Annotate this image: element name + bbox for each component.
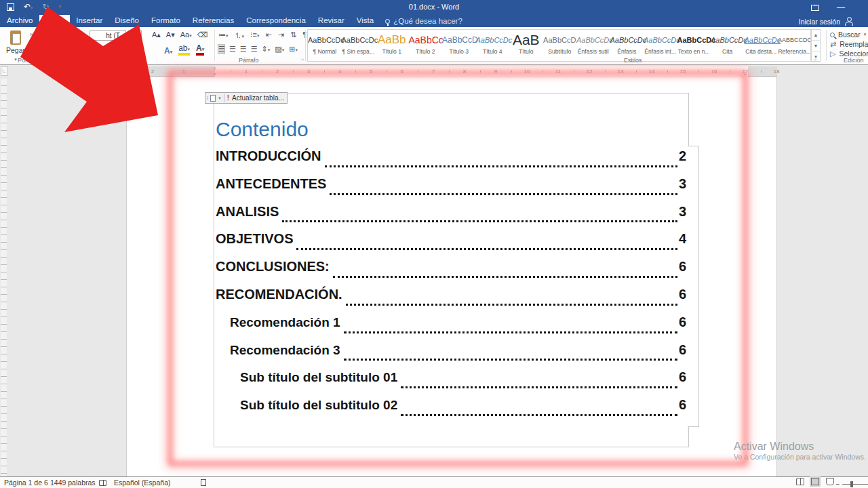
print-layout-icon[interactable]: [811, 478, 819, 485]
grow-font-icon[interactable]: A▴: [152, 30, 161, 39]
toc-entry-label: ANTECEDENTES: [216, 176, 326, 192]
left-indent-marker[interactable]: ▵: [214, 71, 216, 77]
align-center-icon[interactable]: ☰: [229, 45, 235, 54]
tab-referencias[interactable]: Referencias: [186, 15, 240, 27]
sort-icon[interactable]: ⇅: [290, 30, 296, 41]
style-gallery-item[interactable]: AaBbCc Título 2: [409, 30, 443, 61]
toc-entry[interactable]: Sub título del subtitulo 01 6: [216, 369, 686, 397]
font-name-box[interactable]: ht (T ▾: [90, 30, 126, 41]
tab-vista[interactable]: Vista: [351, 15, 380, 27]
format-painter-icon[interactable]: ✎: [30, 49, 35, 56]
toc-field-toolbar[interactable]: ⁞ ▾ ! Actualizar tabla...: [205, 92, 288, 104]
style-gallery-item[interactable]: AaBb Título 1: [375, 30, 409, 61]
copy-icon[interactable]: ❐: [30, 40, 35, 47]
clear-format-icon[interactable]: ⌫: [197, 30, 208, 39]
style-gallery-item[interactable]: AaBbCcDc ¶ Sin espa...: [342, 30, 376, 61]
line-spacing-icon[interactable]: ⇕▾: [262, 45, 271, 54]
language-indicator[interactable]: Español (España): [114, 479, 170, 487]
borders-icon[interactable]: ⊞▾: [289, 45, 298, 54]
shrink-font-icon[interactable]: A▾: [166, 30, 175, 39]
find-button[interactable]: Buscar▾: [830, 30, 868, 39]
toc-entry[interactable]: INTRODUCCIÓN 2: [216, 148, 686, 176]
cut-icon[interactable]: ✂: [30, 31, 35, 38]
word-count[interactable]: 1449 palabras: [50, 479, 96, 487]
toc-entry[interactable]: OBJETIVOS 4: [216, 231, 686, 259]
styles-dialog-launcher[interactable]: ⌐: [813, 57, 816, 63]
horizontal-ruler[interactable]: ▿ ▵ ▵ 21123456789101112131415161718: [126, 66, 777, 77]
tab-revisar[interactable]: Revisar: [312, 15, 351, 27]
style-sample: AaBbCcDc: [308, 33, 342, 47]
first-line-indent-marker[interactable]: ▿: [214, 66, 216, 71]
toc-entry[interactable]: Sub título del subtitulo 02 6: [216, 397, 686, 425]
style-gallery-item[interactable]: AaB Título: [509, 30, 543, 61]
style-gallery-item[interactable]: AaBbCcDc Énfasis sutil: [576, 30, 610, 61]
toc-entry[interactable]: Recomendación 1 6: [216, 314, 686, 342]
shading-icon[interactable]: ▨▾: [275, 45, 284, 54]
highlight-icon[interactable]: ab▾: [178, 45, 190, 56]
styles-scroll-up-icon[interactable]: ▲: [812, 30, 820, 41]
bullets-icon[interactable]: ≔▾: [218, 30, 229, 41]
tab-insertar[interactable]: Insertar: [70, 15, 108, 27]
increase-indent-icon[interactable]: ⇥: [278, 30, 284, 41]
align-left-icon[interactable]: ☰: [218, 45, 224, 54]
ruler-number: 12: [587, 68, 593, 75]
font-color-icon[interactable]: A▾: [196, 45, 204, 56]
ribbon-display-options-icon[interactable]: [811, 5, 819, 11]
tab-stop-selector[interactable]: ∟: [1, 66, 8, 76]
font-size-box[interactable]: 23: [128, 30, 142, 41]
zoom-slider[interactable]: [842, 484, 868, 485]
zoom-out-icon[interactable]: −: [835, 480, 840, 488]
style-gallery-item[interactable]: AaBbCcD Título 3: [442, 30, 476, 61]
style-gallery-item[interactable]: AaBbCcDc Título 4: [476, 30, 510, 61]
replace-button[interactable]: ⇄ Reemplazar: [830, 39, 868, 49]
tab-inicio[interactable]: Inicio: [39, 15, 70, 27]
tab-archivo[interactable]: Archivo: [0, 15, 39, 27]
style-gallery-item[interactable]: AaBbCcD Subtítulo: [543, 30, 577, 61]
replace-icon: ⇄: [830, 40, 836, 49]
styles-scroll-down-icon[interactable]: ▼: [812, 41, 820, 52]
paragraph-dialog-launcher[interactable]: ⌐: [300, 57, 304, 63]
macro-record-icon[interactable]: [201, 479, 206, 486]
tab-formato[interactable]: Formato: [145, 15, 186, 27]
style-sample: AaBbCcDc: [677, 33, 711, 47]
toc-heading[interactable]: Contenido: [216, 118, 309, 141]
read-mode-icon[interactable]: [796, 478, 804, 485]
sign-in[interactable]: Iniciar sesión: [799, 17, 853, 26]
numbering-icon[interactable]: ⒈▾: [235, 30, 245, 41]
update-table-button[interactable]: Actualizar tabla...: [232, 94, 284, 102]
justify-icon[interactable]: ☰: [251, 45, 257, 54]
minimize-icon[interactable]: —: [837, 3, 845, 12]
style-gallery-item[interactable]: AABBCCDC Referencia...: [778, 30, 811, 61]
toc-document-icon[interactable]: [210, 95, 216, 102]
toc-entry[interactable]: CONCLUSIONES: 6: [216, 259, 686, 287]
zoom-slider-knob[interactable]: [850, 481, 853, 487]
style-gallery-item[interactable]: AaBbCcDc Texto en n...: [677, 30, 711, 61]
multilevel-list-icon[interactable]: ⁝≡▾: [250, 30, 259, 41]
decrease-indent-icon[interactable]: ⇤: [265, 30, 271, 41]
ruler-number: 17: [743, 68, 749, 75]
page-indicator[interactable]: Página 1 de 6: [4, 479, 48, 487]
style-gallery-item[interactable]: AaBbCcDc Cita: [711, 30, 745, 61]
style-gallery-item[interactable]: AaBbCcDc Cita desta...: [745, 30, 778, 61]
toc-dot-leader: [344, 359, 677, 361]
proofing-icon[interactable]: [99, 480, 106, 486]
tab-diseño[interactable]: Diseño: [108, 15, 145, 27]
vertical-ruler[interactable]: [1, 79, 7, 476]
style-gallery-item[interactable]: AaBbCcDc Énfasis int...: [644, 30, 677, 61]
toc-entry[interactable]: Recomendación 3 6: [216, 342, 686, 370]
toc-entry[interactable]: ANALISIS 3: [216, 204, 686, 232]
toc-entry[interactable]: ANTECEDENTES 3: [216, 176, 686, 204]
toc-entry[interactable]: RECOMENDACIÓN. 6: [216, 287, 686, 314]
toc-dropdown-icon[interactable]: ▾: [218, 96, 221, 101]
text-effects-icon[interactable]: A▾: [164, 46, 172, 56]
change-case-icon[interactable]: Aa▾: [180, 30, 192, 39]
style-gallery-item[interactable]: AaBbCcDc ¶ Normal: [308, 30, 342, 61]
tell-me-box[interactable]: ¿Qué desea hacer?: [380, 15, 468, 27]
align-right-icon[interactable]: ☰: [240, 45, 246, 54]
web-layout-icon[interactable]: [826, 478, 834, 485]
styles-gallery: AaBbCcDc ¶ Normal AaBbCcDc ¶ Sin espa...…: [307, 29, 811, 62]
tab-correspondencia[interactable]: Correspondencia: [240, 15, 312, 27]
toc-dot-leader: [325, 165, 677, 167]
toc-field-box-step: [688, 146, 699, 427]
toc-grip-icon[interactable]: ⁞: [207, 95, 208, 101]
